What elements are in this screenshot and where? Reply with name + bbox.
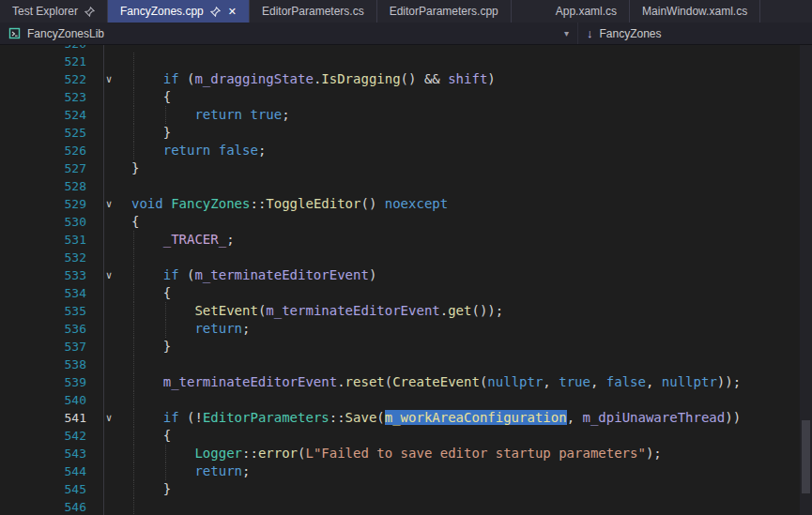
code-text[interactable] [131, 177, 812, 195]
code-text[interactable]: Logger::error(L"Failed to save editor st… [131, 445, 812, 462]
navigation-bar: FancyZonesLib ▾ ↓ FancyZones [0, 23, 812, 45]
pin-icon[interactable] [210, 7, 221, 17]
code-token: ; [226, 232, 234, 247]
indent-guide [133, 284, 134, 302]
tab-label: Test Explorer [12, 5, 78, 18]
code-token: m_terminateEditorEvent [194, 267, 368, 282]
indent-guide [165, 320, 166, 338]
line-number: 543 [0, 445, 86, 462]
gutter-divider [103, 45, 104, 515]
fold-chevron-icon[interactable]: ∨ [86, 409, 131, 427]
tab-bar: Test ExplorerFancyZones.cpp✕EditorParame… [0, 0, 812, 23]
member-dropdown[interactable]: ↓ FancyZones [578, 23, 812, 44]
code-token: noexcept [385, 196, 448, 211]
code-text[interactable] [131, 53, 812, 70]
code-text[interactable]: _TRACER_; [131, 231, 812, 249]
code-text[interactable]: } [131, 480, 812, 498]
code-token: (! [179, 410, 203, 425]
code-text[interactable]: { [131, 88, 812, 106]
pin-icon[interactable] [84, 7, 95, 17]
tab-app-xaml-cs[interactable]: App.xaml.cs [544, 0, 630, 23]
fold-chevron-icon[interactable]: ∨ [86, 266, 131, 284]
code-text[interactable]: { [131, 427, 812, 445]
line-number: 537 [0, 338, 86, 356]
code-text[interactable]: return false; [131, 142, 812, 159]
code-text[interactable]: } [131, 159, 812, 177]
line-number: 545 [0, 480, 86, 498]
indent-guide [133, 249, 134, 266]
code-token: ToggleEditor [266, 196, 360, 211]
fold-gutter [86, 302, 131, 320]
code-text[interactable]: void FancyZones::ToggleEditor() noexcept [131, 195, 812, 213]
line-number: 528 [0, 177, 86, 195]
code-token: FancyZones [171, 196, 250, 211]
code-token: ) [369, 267, 376, 282]
code-token: () && [401, 71, 449, 86]
code-token: { [131, 89, 171, 104]
indent-guide [133, 88, 134, 106]
project-dropdown[interactable]: FancyZonesLib ▾ [0, 23, 578, 44]
code-text[interactable]: m_terminateEditorEvent.reset(CreateEvent… [131, 373, 812, 391]
code-token: m_terminateEditorEvent [163, 374, 337, 389]
line-number: 540 [0, 391, 86, 409]
code-token: return [194, 463, 242, 478]
line-number: 541 [0, 409, 86, 427]
code-token: nullptr [662, 374, 717, 389]
tab-test-explorer[interactable]: Test Explorer [0, 0, 108, 23]
code-text[interactable]: return; [131, 320, 812, 338]
indent-guide [165, 462, 166, 480]
code-text[interactable] [131, 498, 812, 515]
code-text[interactable]: { [131, 284, 812, 302]
code-text[interactable]: if (m_draggingState.IsDragging() && shif… [131, 70, 812, 88]
code-line: 533∨ if (m_terminateEditorEvent) [0, 266, 812, 284]
tab-mainwindow-xaml-cs[interactable]: MainWindow.xaml.cs [630, 0, 760, 23]
code-token: ) [487, 71, 495, 86]
tab-fancyzones-cpp[interactable]: FancyZones.cpp✕ [108, 0, 250, 23]
indent-guide [133, 142, 134, 159]
fold-chevron-icon[interactable]: ∨ [86, 70, 131, 88]
code-token: shift [448, 71, 487, 86]
code-token: ( [385, 374, 392, 389]
code-line: 531 _TRACER_; [0, 231, 812, 249]
close-icon[interactable]: ✕ [228, 7, 237, 17]
line-number: 525 [0, 124, 86, 142]
code-text[interactable]: if (!EditorParameters::Save(m_workAreaCo… [131, 409, 812, 427]
code-token: { [131, 285, 171, 300]
code-text[interactable]: SetEvent(m_terminateEditorEvent.get()); [131, 302, 812, 320]
indent-guide [133, 356, 134, 373]
code-text[interactable]: return; [131, 462, 812, 480]
code-token: IsDragging [321, 71, 400, 86]
code-token: m_dpiUnawareThread [582, 410, 725, 425]
code-editor[interactable]: 520521522∨ if (m_draggingState.IsDraggin… [0, 45, 812, 515]
code-text[interactable] [131, 391, 812, 409]
code-text[interactable] [131, 249, 812, 266]
code-token: void [131, 196, 163, 211]
code-token: if [163, 410, 179, 425]
vertical-scrollbar[interactable] [800, 45, 812, 515]
tab-editorparameters-cs[interactable]: EditorParameters.cs [250, 0, 377, 23]
project-dropdown-label: FancyZonesLib [27, 27, 104, 40]
code-text[interactable]: } [131, 124, 812, 142]
indent-guide [133, 462, 134, 480]
code-token: ); [646, 446, 662, 461]
code-token: true [250, 107, 282, 122]
tab-group-spacer [512, 0, 544, 23]
code-text[interactable]: return true; [131, 106, 812, 124]
code-text[interactable]: { [131, 213, 812, 231]
code-line: 524 return true; [0, 106, 812, 124]
code-token: } [131, 125, 171, 140]
code-text[interactable]: if (m_terminateEditorEvent) [131, 266, 812, 284]
code-line: 544 return; [0, 462, 812, 480]
code-text[interactable] [131, 45, 812, 53]
visual-studio-window: Test ExplorerFancyZones.cpp✕EditorParame… [0, 0, 812, 515]
code-token [131, 107, 194, 122]
code-line: 525 } [0, 124, 812, 142]
code-text[interactable]: } [131, 338, 812, 356]
tab-editorparameters-cpp[interactable]: EditorParameters.cpp [377, 0, 512, 23]
fold-gutter [86, 159, 131, 177]
indent-guide [133, 498, 134, 515]
code-text[interactable] [131, 356, 812, 373]
scrollbar-thumb[interactable] [802, 420, 810, 493]
fold-chevron-icon[interactable]: ∨ [86, 195, 131, 213]
code-token: Save [345, 410, 377, 425]
